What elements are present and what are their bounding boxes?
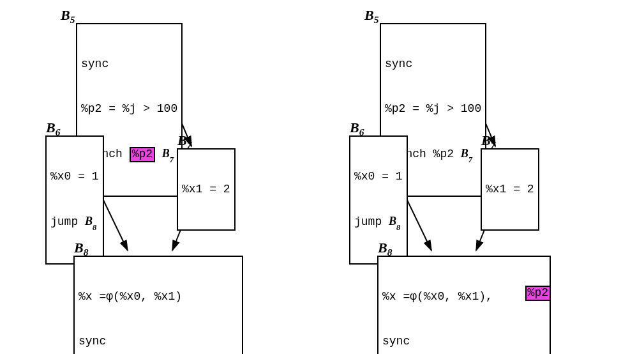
right-block-b8: %x =φ(%x0, %x1), %p2 sync st %v[%tid] %x… (377, 256, 551, 354)
right-b5-line2: %p2 = %j > 100 (385, 102, 481, 116)
right-b8-label: B8 (378, 239, 392, 258)
right-block-b7: %x1 = 2 (481, 148, 539, 231)
right-b6-label: B6 (350, 119, 364, 137)
diagram-canvas: B5 sync %p2 = %j > 100 branch %p2 B7 B6 … (0, 0, 644, 354)
left-b5-line1: sync (81, 57, 177, 72)
right-b5-line1: sync (385, 57, 481, 72)
right-b5-label: B5 (364, 6, 378, 25)
right-b7-line1: %x1 = 2 (486, 182, 534, 197)
left-b5-label: B5 (61, 6, 75, 25)
left-b8-line2: sync (79, 334, 238, 349)
left-b7-label: B7 (177, 132, 191, 150)
right-b7-label: B7 (481, 132, 495, 150)
right-b8-line1: %x =φ(%x0, %x1), %p2 (382, 289, 550, 304)
left-b8-label: B8 (74, 239, 88, 258)
left-b6-label: B6 (46, 119, 60, 137)
left-b5-highlight-p2: %p2 (130, 147, 155, 162)
left-block-b7: %x1 = 2 (177, 148, 236, 231)
left-b8-line1: %x =φ(%x0, %x1) (79, 289, 238, 304)
left-block-b8: %x =φ(%x0, %x1) sync st %v[%tid] %x0 sto… (73, 256, 243, 354)
right-b6-line1: %x0 = 1 (354, 169, 403, 184)
left-b7-line1: %x1 = 2 (182, 182, 230, 197)
right-b8-line2: sync (382, 334, 550, 349)
left-b6-line2: jump B8 (50, 214, 99, 231)
left-b6-line1: %x0 = 1 (50, 169, 99, 184)
left-b5-line2: %p2 = %j > 100 (81, 102, 177, 116)
right-b6-line2: jump B8 (354, 214, 403, 231)
right-b8-highlight-p2: %p2 (525, 286, 551, 301)
